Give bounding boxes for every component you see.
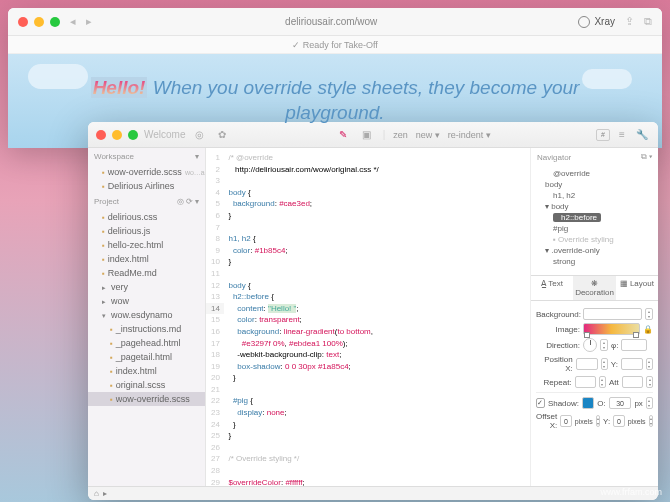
menu-icon[interactable]: ≡ <box>614 127 630 143</box>
tab-decoration[interactable]: ❋ Decoration <box>573 276 615 300</box>
sidebar-item[interactable]: very <box>88 280 205 294</box>
repeat-field[interactable] <box>575 376 596 388</box>
att-field[interactable] <box>622 376 643 388</box>
stepper[interactable]: ▴▾ <box>599 376 606 388</box>
share-icon[interactable]: ⇪ <box>625 15 634 28</box>
direction-dial[interactable] <box>583 338 597 352</box>
navigator-tree[interactable]: @overridebodyh1, h2▾ bodyh2::before#pig▪… <box>531 166 658 269</box>
navigator-item[interactable]: strong <box>537 256 652 267</box>
zoom-icon[interactable] <box>128 130 138 140</box>
traffic-lights[interactable] <box>18 17 60 27</box>
sidebar-item[interactable]: ▪wow-override.scsswo…amo <box>88 165 205 179</box>
status-text: ✓ Ready for Take-Off <box>292 40 378 50</box>
minimize-icon[interactable] <box>34 17 44 27</box>
xray-toggle[interactable]: Xray <box>578 16 615 28</box>
stepper[interactable]: ▴▾ <box>600 339 608 351</box>
navigator-item[interactable]: h1, h2 <box>537 190 652 201</box>
navigator-item[interactable]: #pig <box>537 223 652 234</box>
offsety-field[interactable]: 0 <box>613 415 625 427</box>
offsetx-field[interactable]: 0 <box>560 415 572 427</box>
headline-rest: When you override style sheets, they bec… <box>147 77 579 123</box>
sidebar-item[interactable]: ▪index.html <box>88 364 205 378</box>
sidebar-item[interactable]: ▪delirious.css <box>88 210 205 224</box>
new-button[interactable]: new ▾ <box>416 130 440 140</box>
navigator-item[interactable]: h2::before <box>537 212 652 223</box>
phi-field[interactable] <box>621 339 647 351</box>
sidebar-item[interactable]: wow <box>88 294 205 308</box>
forward-icon[interactable]: ▸ <box>86 15 92 28</box>
gear-icon[interactable]: ✿ <box>214 127 230 143</box>
shadow-checkbox[interactable]: ✓ <box>536 398 545 408</box>
sidebar-item[interactable]: ▪_pagehead.html <box>88 336 205 350</box>
compass-icon[interactable]: ◎ <box>192 127 208 143</box>
hash-button[interactable]: # <box>596 129 610 141</box>
navigator-item[interactable]: @override <box>537 168 652 179</box>
target-icon[interactable]: ◎ <box>177 197 184 206</box>
copy-icon[interactable]: ⧉ <box>641 152 647 161</box>
repeat-label: Repeat: <box>536 378 572 387</box>
posx-field[interactable] <box>576 358 598 370</box>
refresh-icon[interactable]: ⟳ <box>186 197 193 206</box>
image-label: Image: <box>536 325 580 334</box>
navigator-item[interactable]: ▪ Override styling <box>537 234 652 245</box>
navigator-item[interactable]: body <box>537 179 652 190</box>
editor-titlebar: Welcome ◎ ✿ ✎ ▣ | zen new ▾ re-indent ▾ … <box>88 122 658 148</box>
traffic-lights[interactable] <box>96 130 138 140</box>
code-editor[interactable]: 1 /* @override2 http://deliriousair.com/… <box>206 148 530 486</box>
sidebar-item[interactable]: ▪ReadMe.md <box>88 266 205 280</box>
sidebar-item[interactable]: ▪Delirious Airlines <box>88 179 205 193</box>
reindent-button[interactable]: re-indent ▾ <box>448 130 491 140</box>
right-panel: Navigator ⧉ ▾ @overridebodyh1, h2▾ bodyh… <box>530 148 658 486</box>
gradient-editor[interactable] <box>583 323 640 335</box>
close-icon[interactable] <box>18 17 28 27</box>
px-label: px <box>634 399 642 408</box>
navigator-item[interactable]: ▾ .override-only <box>537 245 652 256</box>
chevron-down-icon[interactable]: ▾ <box>649 152 652 161</box>
wrench-icon[interactable]: 🔧 <box>634 127 650 143</box>
stepper[interactable]: ▴▾ <box>601 358 608 370</box>
sidebar-item[interactable]: ▪_pagetail.html <box>88 350 205 364</box>
posy-field[interactable] <box>621 358 643 370</box>
zen-button[interactable]: zen <box>393 130 408 140</box>
stepper[interactable]: ▴▾ <box>645 308 653 320</box>
tabs-icon[interactable]: ⧉ <box>644 15 652 28</box>
lock-icon[interactable]: 🔒 <box>643 325 653 334</box>
gradient-stop[interactable] <box>633 332 639 338</box>
stepper[interactable]: ▴▾ <box>646 397 653 409</box>
bg-field[interactable] <box>583 308 642 320</box>
close-icon[interactable] <box>96 130 106 140</box>
inspector-body: Background: ▴▾ Image: 🔒 Direction: ▴▾ <box>531 301 658 437</box>
url-bar[interactable]: deliriousair.com/wow <box>98 16 564 27</box>
sidebar-item[interactable]: ▪wow-override.scss <box>88 392 205 406</box>
sidebar-item[interactable]: wow.esdynamo <box>88 308 205 322</box>
pencil-icon[interactable]: ✎ <box>335 127 351 143</box>
stepper[interactable]: ▴▾ <box>646 376 653 388</box>
inspector-tabs: A̲ Text ❋ Decoration ▦ Layout <box>531 275 658 301</box>
chevron-down-icon[interactable]: ▾ <box>195 152 199 161</box>
offsety-label: Y: <box>603 417 610 426</box>
sidebar-item[interactable]: ▪index.html <box>88 252 205 266</box>
tab-layout[interactable]: ▦ Layout <box>616 276 658 300</box>
tab-text[interactable]: A̲ Text <box>531 276 573 300</box>
navigator-item[interactable]: ▾ body <box>537 201 652 212</box>
zoom-icon[interactable] <box>50 17 60 27</box>
welcome-tab[interactable]: Welcome <box>144 129 186 140</box>
stepper[interactable]: ▴▾ <box>646 358 653 370</box>
minimize-icon[interactable] <box>112 130 122 140</box>
shadow-color[interactable] <box>582 397 594 409</box>
path-icon[interactable]: ⌂ <box>94 489 99 498</box>
folder-icon[interactable]: ▣ <box>359 127 375 143</box>
stepper[interactable]: ▴▾ <box>649 415 653 427</box>
posy-label: Y: <box>611 360 618 369</box>
shadow-o-field[interactable]: 30 <box>609 397 632 409</box>
stepper[interactable]: ▴▾ <box>596 415 600 427</box>
editor-body: Workspace▾ ▪wow-override.scsswo…amo▪Deli… <box>88 148 658 486</box>
sidebar-item[interactable]: ▪_instructions.md <box>88 322 205 336</box>
chevron-down-icon[interactable]: ▾ <box>195 197 199 206</box>
sidebar-item[interactable]: ▪hello-zec.html <box>88 238 205 252</box>
unit-label: pixels <box>628 418 646 425</box>
url-text: deliriousair.com/wow <box>285 16 377 27</box>
sidebar-item[interactable]: ▪delirious.js <box>88 224 205 238</box>
back-icon[interactable]: ◂ <box>70 15 76 28</box>
sidebar-item[interactable]: ▪original.scss <box>88 378 205 392</box>
